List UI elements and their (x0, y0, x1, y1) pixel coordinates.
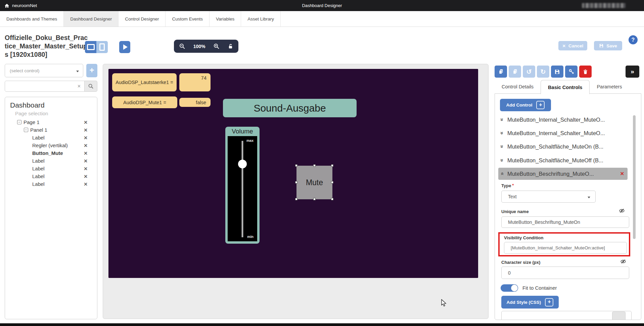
cancel-x-icon (562, 43, 566, 48)
delete-node-icon[interactable] (84, 127, 88, 133)
control-list-item[interactable]: MuteButton_Schaltfläche_MuteOn (B... (498, 140, 628, 153)
tree-item-panel1[interactable]: Panel 1 (5, 126, 97, 134)
visibility-hidden-icon[interactable] (620, 258, 626, 264)
variable-value-lautstaerke[interactable]: 74 (179, 73, 211, 91)
tab-dashboards-and-themes[interactable]: Dashboards and Themes (0, 11, 64, 27)
save-control-button[interactable] (551, 66, 563, 78)
resize-handle-se[interactable] (331, 198, 333, 200)
cancel-button[interactable]: Cancel (558, 41, 587, 50)
variable-label-mute[interactable]: AudioDSP_Mute1 = (112, 96, 177, 108)
control-list-item[interactable]: MuteButton_Schaltfläche_MuteOff (B... (498, 154, 628, 166)
control-list-item[interactable]: MuteButton_Internal_Schalter_MuteO... (498, 127, 628, 139)
tab-dashboard-designer[interactable]: Dashboard Designer (64, 11, 119, 27)
undo-button[interactable]: ↺ (523, 66, 535, 78)
tab-basic-controls[interactable]: Basic Controls (541, 80, 590, 94)
type-select[interactable]: Text (501, 191, 596, 203)
unique-name-input[interactable]: MuteButton_Beschriftung_MuteOn (501, 216, 629, 228)
visibility-hidden-icon[interactable] (619, 208, 625, 214)
delete-node-icon[interactable] (84, 151, 88, 156)
sound-ausgabe-header[interactable]: Sound-Ausgabe (223, 99, 357, 117)
expand-control-icon[interactable] (499, 118, 505, 121)
tree-search-input[interactable] (5, 81, 85, 92)
tab-asset-library[interactable]: Asset Library (241, 11, 281, 27)
volume-slider-control[interactable]: Volume max min (225, 127, 260, 244)
delete-node-icon[interactable] (84, 135, 88, 140)
mouse-cursor (441, 299, 447, 307)
add-control-button[interactable]: Add Control (500, 99, 551, 111)
remove-control-icon[interactable] (620, 171, 624, 177)
tree-item-page1[interactable]: Page 1 (5, 118, 97, 126)
add-style-css-button[interactable]: Add Style (CSS) (501, 296, 559, 309)
copy-button[interactable] (495, 66, 507, 78)
search-button[interactable] (85, 81, 97, 92)
tab-parameters[interactable]: Parameters (590, 80, 629, 94)
mute-button-control[interactable]: Mute (296, 166, 332, 199)
resize-handle-e[interactable] (331, 181, 333, 184)
tree-item-regler-vertikal[interactable]: Regler (vertikal) (5, 141, 97, 149)
tree-title: Dashboard (10, 101, 97, 109)
help-button[interactable]: ? (629, 35, 638, 44)
variable-label-lautstaerke[interactable]: AudioDSP_Lautstaerke1 = (112, 73, 177, 91)
character-size-input[interactable]: 0 (501, 267, 629, 279)
tab-custom-events[interactable]: Custom Events (166, 11, 210, 27)
tree-item-label[interactable]: Label (5, 172, 97, 180)
save-button[interactable]: Save (594, 41, 622, 50)
slider-thumb[interactable] (238, 160, 247, 168)
control-list-item[interactable]: MuteButton_Internal_Schalter_MuteO... (498, 114, 628, 126)
delete-node-icon[interactable] (84, 166, 88, 171)
preview-play-button[interactable] (119, 41, 130, 53)
visibility-condition-label: Visibility Condition (504, 235, 543, 240)
delete-node-icon[interactable] (84, 120, 88, 125)
tree-item-label[interactable]: Label (5, 180, 97, 188)
expand-control-icon[interactable] (499, 159, 505, 162)
landscape-orientation-button[interactable] (85, 41, 96, 53)
collapse-panel-button[interactable] (626, 66, 639, 78)
panel-tabs: Control Details Basic Controls Parameter… (495, 80, 629, 94)
lock-button[interactable] (228, 43, 233, 49)
resize-handle-sw[interactable] (295, 198, 297, 200)
control-list-item-selected[interactable]: MuteButton_Beschriftung_MuteO... (498, 168, 628, 180)
slider-title: Volume (225, 128, 260, 135)
variable-value-mute[interactable]: false (179, 98, 211, 107)
key-button[interactable] (565, 66, 578, 78)
zoom-out-button[interactable] (179, 43, 185, 49)
style-option-button[interactable] (612, 312, 626, 320)
expand-control-icon[interactable] (499, 132, 505, 135)
tree-item-label[interactable]: Label (5, 157, 97, 165)
delete-node-icon[interactable] (84, 143, 88, 148)
resize-handle-n[interactable] (313, 164, 316, 167)
redo-button[interactable]: ↻ (537, 66, 549, 78)
collapse-icon[interactable] (24, 128, 28, 132)
collapse-icon[interactable] (17, 120, 21, 124)
chevron-down-icon (588, 194, 590, 199)
tab-variables[interactable]: Variables (210, 11, 241, 27)
portrait-orientation-button[interactable] (96, 41, 108, 53)
resize-handle-s[interactable] (313, 198, 316, 200)
delete-node-icon[interactable] (84, 181, 88, 187)
zoom-in-button[interactable] (213, 43, 220, 49)
panel-scrollbar[interactable] (633, 115, 636, 239)
delete-node-icon[interactable] (84, 174, 88, 179)
delete-button[interactable] (579, 66, 592, 78)
tree-item-button-mute[interactable]: Button_Mute (5, 149, 97, 157)
paste-button[interactable] (509, 66, 521, 78)
user-account-blurred[interactable] (582, 3, 626, 8)
tab-control-designer[interactable]: Control Designer (119, 11, 166, 27)
visibility-condition-input[interactable]: [MuteButton_Internal_Schalter_MuteOn:act… (504, 242, 627, 254)
tree-item-label[interactable]: Label (5, 134, 97, 141)
resize-handle-w[interactable] (295, 181, 297, 184)
slider-track[interactable] (242, 141, 243, 237)
tab-control-details[interactable]: Control Details (495, 80, 541, 94)
floppy-icon (554, 69, 560, 75)
collapse-control-icon[interactable] (499, 172, 505, 175)
expand-control-icon[interactable] (499, 145, 505, 148)
fit-to-container-toggle[interactable] (501, 284, 518, 292)
delete-node-icon[interactable] (84, 158, 88, 164)
select-control-dropdown[interactable]: (select control) (5, 64, 83, 77)
cancel-label: Cancel (568, 43, 583, 48)
resize-handle-nw[interactable] (295, 164, 297, 167)
clear-search-icon[interactable] (77, 84, 81, 89)
add-control-to-page-button[interactable] (86, 64, 97, 77)
resize-handle-ne[interactable] (331, 164, 333, 167)
tree-item-label[interactable]: Label (5, 165, 97, 172)
